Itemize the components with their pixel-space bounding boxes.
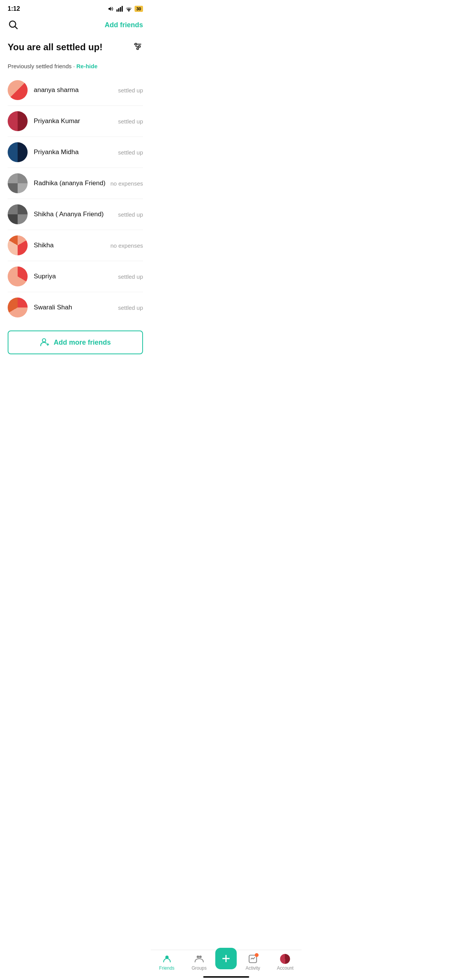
page-title: You are all settled up! bbox=[8, 42, 103, 53]
signal-icon bbox=[116, 6, 123, 12]
list-item[interactable]: Shikha no expenses bbox=[8, 230, 143, 261]
list-item[interactable]: Radhika (ananya Friend) no expenses bbox=[8, 168, 143, 199]
friend-name: Supriya bbox=[34, 273, 118, 280]
list-item[interactable]: Shikha ( Ananya Friend) settled up bbox=[8, 199, 143, 230]
friend-status: settled up bbox=[118, 118, 143, 125]
list-item[interactable]: Swarali Shah settled up bbox=[8, 292, 143, 323]
filter-button[interactable] bbox=[132, 41, 143, 53]
mute-icon bbox=[108, 6, 114, 12]
friend-name: Priyanka Kumar bbox=[34, 117, 118, 125]
friend-status: settled up bbox=[118, 211, 143, 218]
header-row: You are all settled up! bbox=[0, 37, 151, 61]
friend-status: settled up bbox=[118, 304, 143, 311]
friend-name: Shikha bbox=[34, 242, 110, 249]
section-header: Previously settled friends · Re-hide bbox=[0, 61, 151, 75]
friend-name: Shikha ( Ananya Friend) bbox=[34, 210, 118, 218]
add-friends-button[interactable]: Add friends bbox=[105, 21, 143, 29]
friend-status: no expenses bbox=[110, 180, 143, 187]
status-icons: 30 bbox=[108, 6, 143, 12]
search-button[interactable] bbox=[8, 19, 18, 31]
top-bar: Add friends bbox=[0, 15, 151, 37]
add-more-friends-button[interactable]: Add more friends bbox=[8, 331, 143, 354]
friend-list: ananya sharma settled up Priyanka Kumar … bbox=[0, 75, 151, 323]
list-item[interactable]: Priyanka Midha settled up bbox=[8, 137, 143, 168]
list-item[interactable]: ananya sharma settled up bbox=[8, 75, 143, 106]
add-more-section: Add more friends bbox=[0, 323, 151, 354]
friend-name: Radhika (ananya Friend) bbox=[34, 179, 110, 187]
avatar bbox=[8, 298, 28, 317]
status-time: 1:12 bbox=[8, 5, 20, 12]
friend-name: Priyanka Midha bbox=[34, 148, 118, 156]
add-person-icon bbox=[40, 337, 50, 347]
svg-rect-0 bbox=[117, 10, 118, 12]
friend-name: ananya sharma bbox=[34, 86, 118, 94]
friend-status: no expenses bbox=[110, 242, 143, 249]
svg-rect-2 bbox=[120, 7, 121, 12]
svg-line-6 bbox=[15, 26, 17, 29]
friend-status: settled up bbox=[118, 87, 143, 94]
search-icon bbox=[8, 19, 18, 30]
list-item[interactable]: Priyanka Kumar settled up bbox=[8, 106, 143, 137]
svg-point-10 bbox=[135, 43, 137, 45]
svg-point-13 bbox=[42, 339, 46, 342]
status-bar: 1:12 30 bbox=[0, 0, 151, 15]
filter-icon bbox=[132, 41, 143, 52]
svg-point-12 bbox=[137, 48, 139, 50]
friend-status: settled up bbox=[118, 149, 143, 156]
svg-point-5 bbox=[10, 21, 16, 27]
avatar bbox=[8, 235, 28, 255]
avatar bbox=[8, 173, 28, 193]
avatar bbox=[8, 111, 28, 131]
rehide-button[interactable]: Re-hide bbox=[76, 63, 97, 69]
avatar bbox=[8, 80, 28, 100]
avatar bbox=[8, 266, 28, 286]
battery-icon: 30 bbox=[135, 6, 143, 12]
friend-name: Swarali Shah bbox=[34, 304, 118, 311]
wifi-icon bbox=[125, 6, 132, 12]
svg-rect-1 bbox=[118, 8, 119, 12]
list-item[interactable]: Supriya settled up bbox=[8, 261, 143, 292]
friend-status: settled up bbox=[118, 273, 143, 280]
avatar bbox=[8, 142, 28, 162]
svg-rect-3 bbox=[122, 6, 123, 12]
avatar bbox=[8, 204, 28, 224]
svg-point-11 bbox=[138, 46, 140, 48]
